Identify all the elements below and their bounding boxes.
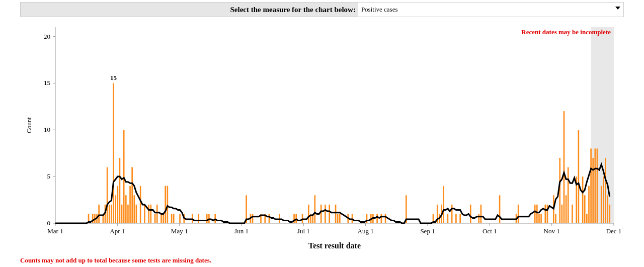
bar [588,186,590,223]
x-tick-label: Mar 1 [47,227,63,235]
x-tick-label: Sep 1 [420,227,435,235]
bar [131,167,133,223]
bar [366,214,368,223]
bar [163,214,164,223]
x-tick-label: Aug 1 [358,227,374,235]
y-tick-label: 15 [44,79,50,86]
chart: 05101520CountMar 1Apr 1May 1Jun 1Jul 1Au… [20,17,624,253]
measure-select-label: Select the measure for the chart below: [230,6,358,14]
bar [154,214,156,223]
bar [129,186,131,223]
bar [123,130,125,223]
bar [592,158,594,223]
bar [578,130,580,223]
measure-select-bar: Select the measure for the chart below: … [20,2,624,17]
x-tick-label: Dec 1 [606,227,622,235]
bar [605,158,606,223]
bar [572,205,573,223]
bar [107,167,108,223]
y-tick-label: 10 [44,126,50,133]
bar [376,214,378,223]
bar [335,205,337,223]
bar [499,195,501,223]
x-axis-title: Test result date [308,241,361,250]
bar [115,195,116,223]
bar [582,176,584,223]
bar [555,214,556,223]
x-tick-label: Jun 1 [234,227,249,235]
incomplete-region [591,27,614,223]
bar [586,214,588,223]
bar [92,214,94,223]
bar [111,205,112,223]
bar [447,214,449,223]
bar [595,148,596,223]
bar [320,205,322,223]
x-tick-label: Apr 1 [110,227,125,235]
bar [337,214,339,223]
bar [293,214,295,223]
bar [534,205,536,223]
bar [121,205,123,223]
bar [160,214,162,223]
bar [536,205,538,223]
bar [329,205,330,223]
measure-select-value: Positive cases [358,3,623,17]
bar [156,205,158,223]
bar [98,205,100,223]
bar [325,205,326,223]
y-tick-label: 0 [47,219,51,227]
bar [150,205,151,223]
bar [478,214,479,223]
moving-average-line [55,164,610,223]
bar [544,205,546,223]
bar [167,186,168,223]
bar [173,214,175,223]
bar [165,186,166,223]
bar [584,195,586,223]
bar [597,148,598,223]
bar [314,195,315,223]
footnote-missing-dates: Counts may not add up to total because s… [20,256,644,264]
bar [119,158,121,223]
bar [109,205,110,223]
y-axis-title: Count [25,117,33,133]
bar [198,214,199,223]
bar [117,186,118,223]
bar [140,186,141,223]
bar [455,214,457,223]
x-tick-label: Jul 1 [297,227,310,235]
bar [518,205,519,223]
y-tick-label: 20 [44,33,50,40]
chevron-down-icon [615,7,620,10]
bar [144,205,145,223]
bar [538,214,540,223]
bar [381,214,382,223]
bar [451,205,453,223]
bar [607,195,608,223]
bar [590,148,592,223]
bar [133,195,135,223]
bar [443,186,444,223]
measure-select[interactable]: Positive cases [358,3,623,17]
bar [459,214,461,223]
y-tick-label: 5 [47,172,51,180]
bar [148,205,149,223]
bar [206,214,208,223]
bar [564,111,565,223]
bar [308,205,309,223]
bar [540,214,542,223]
bar [566,195,567,223]
bar [609,205,610,223]
bar [171,214,173,223]
bar [136,205,137,223]
bar [252,214,254,223]
bar [561,205,563,223]
incomplete-warning: Recent dates may be incomplete [521,28,611,36]
bar [603,176,604,223]
bar [269,214,270,223]
bar [127,205,129,223]
bar [339,214,341,223]
bar [568,167,569,223]
x-tick-label: Oct 1 [482,227,497,235]
